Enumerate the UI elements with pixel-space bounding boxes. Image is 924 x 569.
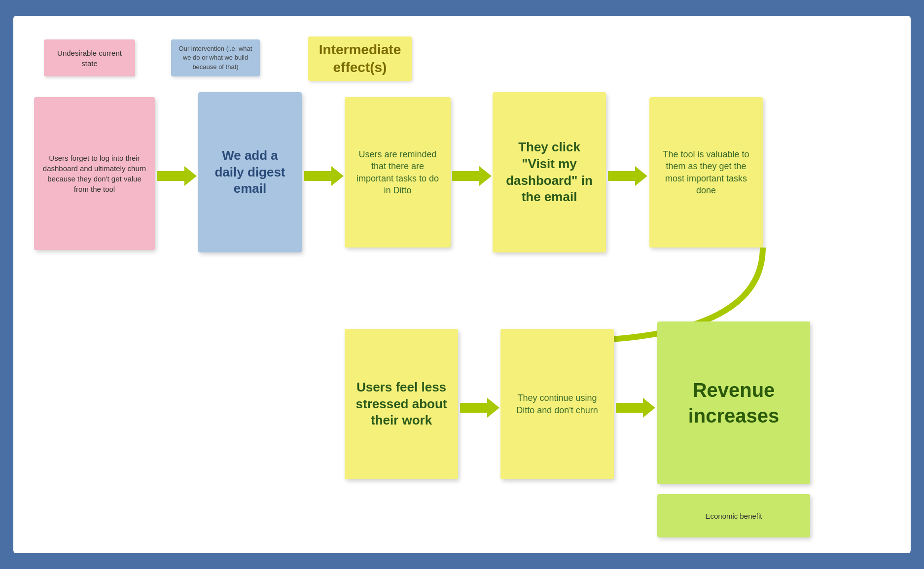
- click-text: They click "Visit my dashboard" in the e…: [500, 139, 598, 206]
- svg-marker-0: [157, 166, 197, 186]
- stressed-note: Users feel less stressed about their wor…: [345, 329, 458, 479]
- undesirable-label-text: Undesirable current state: [51, 48, 128, 69]
- svg-marker-3: [608, 166, 647, 186]
- problem-text: Users forget to log into their dashboard…: [42, 153, 147, 194]
- valuable-note: The tool is valuable to them as they get…: [649, 97, 763, 248]
- valuable-text: The tool is valuable to them as they get…: [657, 148, 755, 196]
- stressed-text: Users feel less stressed about their wor…: [353, 379, 450, 429]
- arrow-1: [157, 164, 197, 188]
- revenue-text: Revenue increases: [665, 377, 802, 428]
- svg-marker-2: [452, 166, 492, 186]
- svg-marker-5: [460, 398, 499, 418]
- arrow-5: [460, 395, 499, 420]
- intervention-label-note: Our intervention (i.e. what we do or wha…: [171, 39, 260, 76]
- diagram-canvas: Undesirable current state Our interventi…: [13, 16, 911, 553]
- intervention-note: We add a daily digest email: [198, 92, 302, 252]
- undesirable-label-note: Undesirable current state: [44, 39, 135, 76]
- svg-marker-6: [616, 398, 655, 418]
- click-note: They click "Visit my dashboard" in the e…: [493, 92, 606, 252]
- problem-note: Users forget to log into their dashboard…: [34, 97, 155, 250]
- arrow-2: [304, 164, 344, 188]
- svg-marker-1: [304, 166, 344, 186]
- continue-text: They continue using Ditto and don't chur…: [508, 392, 606, 416]
- intervention-label-text: Our intervention (i.e. what we do or wha…: [178, 44, 253, 71]
- intervention-text: We add a daily digest email: [206, 147, 294, 197]
- intermediate-label-note: Intermediate effect(s): [308, 36, 412, 81]
- revenue-note: Revenue increases: [657, 321, 810, 484]
- arrow-3: [452, 164, 492, 188]
- arrow-4: [608, 164, 647, 188]
- continue-note: They continue using Ditto and don't chur…: [500, 329, 614, 479]
- arrow-6: [616, 395, 655, 420]
- economic-note: Economic benefit: [657, 494, 810, 537]
- reminder-note: Users are reminded that there are import…: [345, 97, 451, 248]
- intermediate-label-text: Intermediate effect(s): [315, 41, 405, 77]
- reminder-text: Users are reminded that there are import…: [353, 148, 443, 196]
- economic-text: Economic benefit: [705, 511, 762, 521]
